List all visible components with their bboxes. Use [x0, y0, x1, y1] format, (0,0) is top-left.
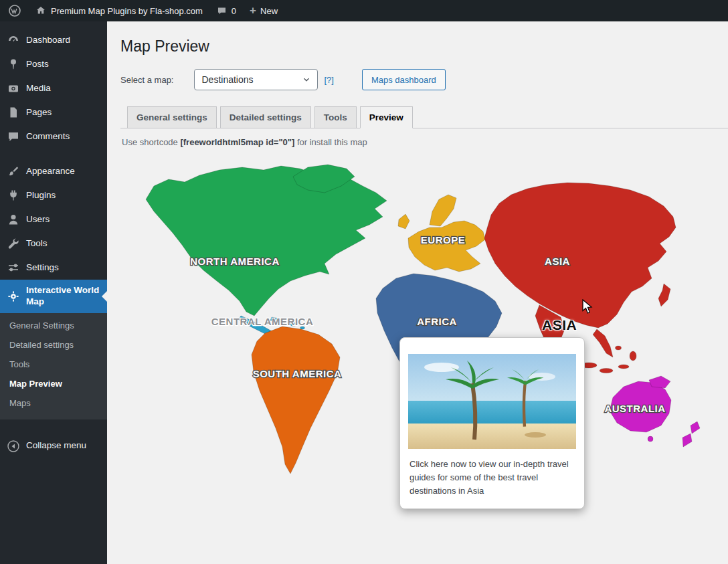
gear-icon	[7, 290, 20, 303]
sidebar-item-pages[interactable]: Pages	[0, 100, 107, 124]
settings-tabs: General settings Detailed settings Tools…	[120, 106, 728, 128]
shortcode-prefix: Use shortcode	[122, 137, 180, 147]
sidebar-item-label: Comments	[26, 131, 70, 143]
continent-north-america[interactable]	[146, 165, 387, 316]
plug-icon	[7, 189, 20, 202]
sidebar-item-settings[interactable]: Settings	[0, 256, 107, 280]
map-tooltip[interactable]: Click here now to view our in-depth trav…	[399, 337, 585, 509]
tab-general-settings[interactable]: General settings	[127, 106, 217, 128]
sidebar-item-label: Interactive World Map	[26, 285, 100, 308]
sidebar-item-appearance[interactable]: Appearance	[0, 159, 107, 183]
chevron-down-icon	[302, 75, 311, 84]
sidebar-item-label: Plugins	[26, 190, 56, 201]
tooltip-text: Click here now to view our in-depth trav…	[410, 458, 575, 498]
admin-sidebar: Dashboard Posts Media Pages Comments	[0, 21, 107, 564]
sidebar-item-interactive-world-map[interactable]: Interactive World Map	[0, 280, 107, 313]
sidebar-item-media[interactable]: Media	[0, 76, 107, 100]
tab-detailed-settings[interactable]: Detailed settings	[220, 106, 311, 128]
sidebar-item-tools[interactable]: Tools	[0, 231, 107, 256]
comment-bubble-icon	[216, 5, 227, 17]
sidebar-item-dashboard[interactable]: Dashboard	[0, 28, 107, 52]
sidebar-item-label: Users	[26, 214, 50, 225]
plus-icon: +	[250, 5, 256, 16]
continent-europe[interactable]	[398, 195, 485, 272]
new-label: New	[260, 6, 278, 16]
shortcode-hint: Use shortcode [freeworldhtml5map id="0"]…	[122, 137, 715, 147]
comments-icon	[7, 130, 20, 143]
continent-label-australia: AUSTRALIA	[604, 403, 665, 414]
home-icon	[35, 5, 47, 17]
sidebar-subitem-map-preview[interactable]: Map Preview	[0, 374, 107, 393]
sidebar-subitem-general-settings[interactable]: General Settings	[0, 316, 107, 335]
camera-icon	[7, 82, 20, 95]
map-select-row: Select a map: Destinations [?] Maps dash…	[120, 69, 715, 90]
paintbrush-icon	[7, 165, 20, 178]
continent-label-north-america: NORTH AMERICA	[190, 256, 279, 267]
page-icon	[7, 106, 20, 119]
continent-south-america[interactable]	[252, 326, 340, 474]
map-preview-area: NORTH AMERICA CENTRAL AMERICA SOUTH AMER…	[120, 158, 715, 549]
map-select-value: Destinations	[202, 74, 254, 85]
tab-preview[interactable]: Preview	[360, 106, 413, 128]
sidebar-item-label: Dashboard	[26, 35, 70, 46]
continent-label-europe: EUROPE	[421, 234, 465, 246]
admin-bar-comments[interactable]: 0	[216, 0, 236, 21]
select-map-label: Select a map:	[120, 75, 174, 85]
wp-logo-icon	[8, 4, 21, 17]
admin-bar: Premium Map Plugins by Fla-shop.com 0 + …	[0, 0, 728, 21]
site-name: Premium Map Plugins by Fla-shop.com	[51, 6, 203, 16]
maps-dashboard-button[interactable]: Maps dashboard	[362, 69, 446, 90]
tooltip-photo	[408, 354, 576, 449]
map-select[interactable]: Destinations	[194, 69, 318, 90]
continent-label-africa: AFRICA	[417, 316, 457, 327]
collapse-menu-button[interactable]: Collapse menu	[0, 434, 107, 458]
sidebar-item-users[interactable]: Users	[0, 207, 107, 231]
continent-label-asia: ASIA	[545, 256, 570, 267]
wrench-icon	[7, 237, 20, 250]
sidebar-item-comments[interactable]: Comments	[0, 124, 107, 149]
wordpress-logo-icon[interactable]	[8, 0, 21, 21]
sidebar-subitem-detailed-settings[interactable]: Detailed settings	[0, 335, 107, 355]
dashboard-icon	[7, 33, 20, 47]
comments-count: 0	[232, 6, 236, 16]
sidebar-item-label: Appearance	[26, 166, 75, 177]
palm-trees-illustration	[408, 354, 576, 449]
shortcode-suffix: for install this map	[294, 137, 367, 147]
sidebar-item-plugins[interactable]: Plugins	[0, 183, 107, 207]
sidebar-item-label: Media	[26, 83, 51, 94]
sidebar-subitem-tools[interactable]: Tools	[0, 355, 107, 374]
main-content: Map Preview Select a map: Destinations […	[107, 21, 728, 564]
sidebar-subitem-maps[interactable]: Maps	[0, 393, 107, 413]
sidebar-item-label: Posts	[26, 59, 49, 70]
mouse-cursor-icon	[581, 299, 594, 314]
continent-label-central-america: CENTRAL AMERICA	[211, 316, 314, 327]
new-content-menu[interactable]: + New	[250, 0, 278, 21]
sidebar-item-posts[interactable]: Posts	[0, 52, 107, 76]
site-name-link[interactable]: Premium Map Plugins by Fla-shop.com	[35, 0, 203, 21]
menu-separator	[0, 149, 107, 159]
collapse-menu-label: Collapse menu	[26, 440, 86, 452]
user-icon	[7, 213, 20, 226]
collapse-arrow-icon	[7, 440, 20, 453]
sidebar-item-label: Tools	[26, 238, 48, 250]
sidebar-item-label: Pages	[26, 107, 52, 118]
shortcode-code: [freeworldhtml5map id="0"]	[180, 137, 294, 147]
help-link[interactable]: [?]	[325, 75, 334, 85]
tooltip-title: ASIA	[542, 317, 577, 333]
tab-tools[interactable]: Tools	[314, 106, 357, 128]
sidebar-item-label: Settings	[26, 262, 59, 274]
sliders-icon	[7, 261, 20, 274]
plugin-submenu: General Settings Detailed settings Tools…	[0, 313, 107, 419]
continent-label-south-america: SOUTH AMERICA	[253, 368, 342, 379]
pushpin-icon	[7, 58, 20, 71]
page-title: Map Preview	[120, 37, 715, 56]
